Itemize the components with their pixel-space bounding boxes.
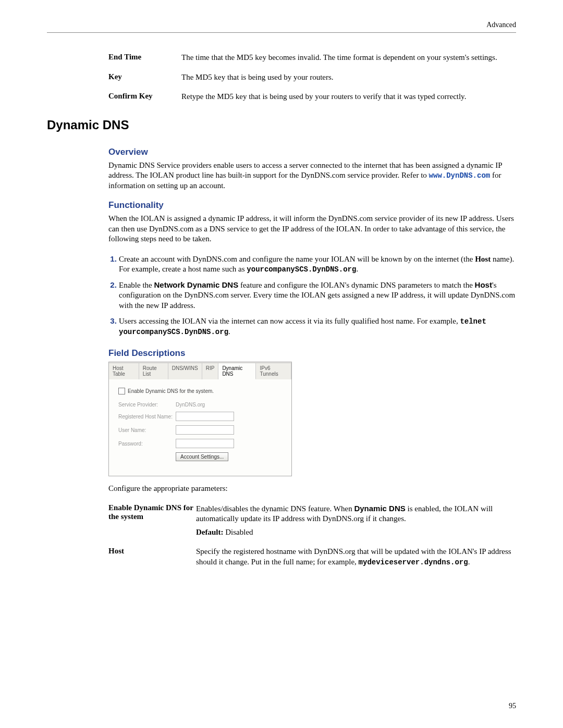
bold-text: Host bbox=[475, 280, 492, 289]
step-3: Users accessing the IOLAN via the intern… bbox=[119, 316, 516, 337]
default-label: Default: bbox=[196, 528, 224, 536]
tab-route-list[interactable]: Route List bbox=[139, 363, 168, 379]
section-title-dynamic-dns: Dynamic DNS bbox=[47, 118, 516, 132]
tab-panel: Enable Dynamic DNS for the system. Servi… bbox=[109, 379, 291, 476]
dyndns-link[interactable]: www.DynDNS.com bbox=[429, 171, 491, 180]
bold-text: Dynamic DNS bbox=[354, 504, 405, 513]
password-label: Password: bbox=[118, 441, 176, 447]
md5-field-table: End Time The time that the MD5 key becom… bbox=[108, 53, 516, 102]
text: feature and configure the IOLAN's dynami… bbox=[238, 281, 474, 289]
subheading-functionality: Functionality bbox=[108, 200, 516, 211]
field-row-confirm-key: Confirm Key Retype the MD5 key that is b… bbox=[108, 92, 516, 102]
code-text: mydeviceserver.dyndns.org bbox=[359, 558, 468, 566]
field-row-enable-ddns: Enable Dynamic DNS for the system Enable… bbox=[108, 503, 516, 538]
user-name-input[interactable] bbox=[176, 425, 234, 435]
text: . bbox=[356, 265, 358, 273]
field-row-host: Host Specify the registered hostname wit… bbox=[108, 547, 516, 567]
field-label: End Time bbox=[108, 53, 181, 61]
header-section-label: Advanced bbox=[47, 21, 516, 32]
field-label: Key bbox=[108, 72, 181, 81]
subheading-field-descriptions: Field Descriptions bbox=[108, 348, 516, 359]
subheading-overview: Overview bbox=[108, 147, 516, 157]
header-rule bbox=[47, 32, 516, 33]
field-label: Confirm Key bbox=[108, 92, 181, 101]
text: Enables/disables the dynamic DNS feature… bbox=[196, 504, 354, 513]
field-row-end-time: End Time The time that the MD5 key becom… bbox=[108, 53, 516, 63]
tab-rip[interactable]: RIP bbox=[202, 363, 219, 379]
tab-dynamic-dns[interactable]: Dynamic DNS bbox=[218, 363, 256, 379]
user-name-label: User Name: bbox=[118, 427, 176, 433]
text: . bbox=[468, 558, 470, 566]
service-provider-label: Service Provider: bbox=[118, 402, 176, 408]
field-desc: Enables/disables the dynamic DNS feature… bbox=[196, 503, 516, 538]
text: Users accessing the IOLAN via the intern… bbox=[119, 317, 460, 325]
tab-bar: Host Table Route List DNS/WINS RIP Dynam… bbox=[109, 362, 291, 379]
tab-host-table[interactable]: Host Table bbox=[109, 363, 139, 379]
field-desc: The time that the MD5 key becomes invali… bbox=[181, 53, 516, 63]
overview-paragraph: Dynamic DNS Service providers enable use… bbox=[108, 161, 516, 191]
account-settings-button[interactable]: Account Settings... bbox=[176, 452, 228, 461]
field-desc: Retype the MD5 key that is being used by… bbox=[181, 92, 516, 102]
field-row-key: Key The MD5 key that is being used by yo… bbox=[108, 72, 516, 83]
page-number: 95 bbox=[509, 702, 516, 710]
default-value: Disabled bbox=[224, 528, 253, 536]
registered-host-input[interactable] bbox=[176, 412, 234, 421]
code-text: yourcompanySCS.DynDNS.org bbox=[247, 265, 356, 274]
ddns-field-table: Enable Dynamic DNS for the system Enable… bbox=[108, 503, 516, 567]
registered-host-label: Registered Host Name: bbox=[118, 414, 176, 419]
bold-text: Host bbox=[475, 255, 491, 263]
configure-params-line: Configure the appropriate parameters: bbox=[108, 484, 516, 494]
step-2: Enable the Network Dynamic DNS feature a… bbox=[119, 280, 516, 311]
functionality-steps: Create an account with DynDNS.com and co… bbox=[108, 254, 516, 337]
field-label: Host bbox=[108, 547, 196, 556]
text: . bbox=[228, 327, 230, 336]
field-desc: The MD5 key that is being used by your r… bbox=[181, 72, 516, 83]
password-input[interactable] bbox=[176, 439, 234, 448]
functionality-intro: When the IOLAN is assigned a dynamic IP … bbox=[108, 214, 516, 244]
text: Create an account with DynDNS.com and co… bbox=[119, 255, 475, 263]
step-1: Create an account with DynDNS.com and co… bbox=[119, 254, 516, 275]
tab-dns-wins[interactable]: DNS/WINS bbox=[168, 363, 202, 379]
field-label: Enable Dynamic DNS for the system bbox=[108, 503, 196, 521]
bold-text: Network Dynamic DNS bbox=[154, 280, 238, 289]
service-provider-value: DynDNS.org bbox=[176, 402, 205, 408]
enable-ddns-label: Enable Dynamic DNS for the system. bbox=[128, 388, 214, 394]
tab-ipv6-tunnels[interactable]: IPv6 Tunnels bbox=[256, 363, 291, 379]
dynamic-dns-dialog: Host Table Route List DNS/WINS RIP Dynam… bbox=[108, 362, 292, 476]
text: Enable the bbox=[119, 281, 154, 289]
field-desc: Specify the registered hostname with Dyn… bbox=[196, 547, 516, 567]
enable-ddns-checkbox[interactable] bbox=[118, 388, 125, 394]
